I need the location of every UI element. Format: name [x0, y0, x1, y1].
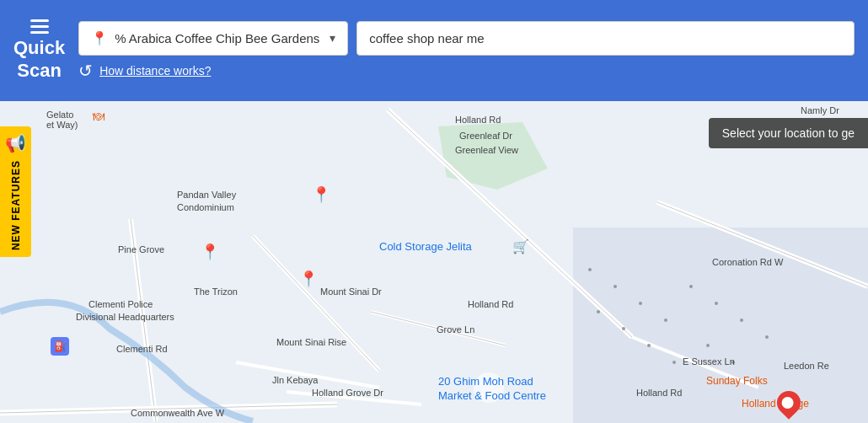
svg-point-18 — [588, 268, 592, 271]
map-pin-trizon: 📍 — [299, 270, 318, 288]
location-dropdown[interactable]: 📍 % Arabica Coffee Chip Bee Gardens ▾ — [78, 21, 348, 56]
map-pin-pandan: 📍 — [312, 185, 330, 204]
search-input[interactable] — [369, 31, 842, 46]
map-pin-pine-grove: 📍 — [201, 243, 219, 261]
header: Quick Scan 📍 % Arabica Coffee Chip Bee G… — [0, 0, 868, 101]
header-left: Quick Scan — [13, 19, 65, 82]
svg-point-20 — [639, 302, 642, 305]
dropdown-arrow-icon: ▾ — [330, 31, 335, 45]
svg-point-21 — [664, 319, 667, 322]
svg-point-30 — [706, 344, 710, 347]
gas-station-icon: ⛽ — [51, 337, 69, 356]
new-features-tab[interactable]: 📢 NEW FEATURES — [0, 126, 31, 257]
hamburger-menu-button[interactable] — [30, 19, 49, 34]
bottom-row: ↺ How distance works? — [78, 61, 855, 81]
refresh-icon[interactable]: ↺ — [78, 61, 93, 81]
location-value: % Arabica Coffee Chip Bee Gardens — [115, 31, 323, 46]
svg-point-29 — [765, 335, 769, 339]
svg-point-26 — [689, 285, 693, 288]
how-distance-link[interactable]: How distance works? — [99, 64, 211, 78]
svg-point-28 — [740, 319, 743, 322]
svg-point-25 — [672, 361, 676, 364]
svg-point-24 — [647, 344, 651, 347]
svg-point-32 — [474, 372, 504, 403]
location-pin-icon: 📍 — [91, 30, 108, 46]
header-center: 📍 % Arabica Coffee Chip Bee Gardens ▾ ↺ … — [78, 21, 855, 81]
map-container[interactable]: Gelato et Way) 🍽 Pandan Valley Condomini… — [0, 101, 868, 423]
megaphone-icon: 📢 — [5, 133, 26, 153]
top-row: 📍 % Arabica Coffee Chip Bee Gardens ▾ — [78, 21, 855, 56]
svg-point-27 — [715, 302, 718, 305]
map-svg — [0, 101, 868, 423]
app-title: Quick Scan — [13, 37, 65, 82]
search-input-box[interactable] — [356, 21, 855, 56]
restaurant-icon: 🍽 — [93, 110, 104, 123]
svg-point-31 — [731, 361, 735, 364]
svg-point-22 — [597, 310, 600, 313]
new-features-label: NEW FEATURES — [10, 160, 22, 250]
select-location-tooltip: Select your location to ge — [709, 118, 868, 148]
svg-point-23 — [622, 327, 625, 330]
svg-point-19 — [613, 285, 617, 288]
shop-icon: 🛒 — [512, 238, 529, 254]
